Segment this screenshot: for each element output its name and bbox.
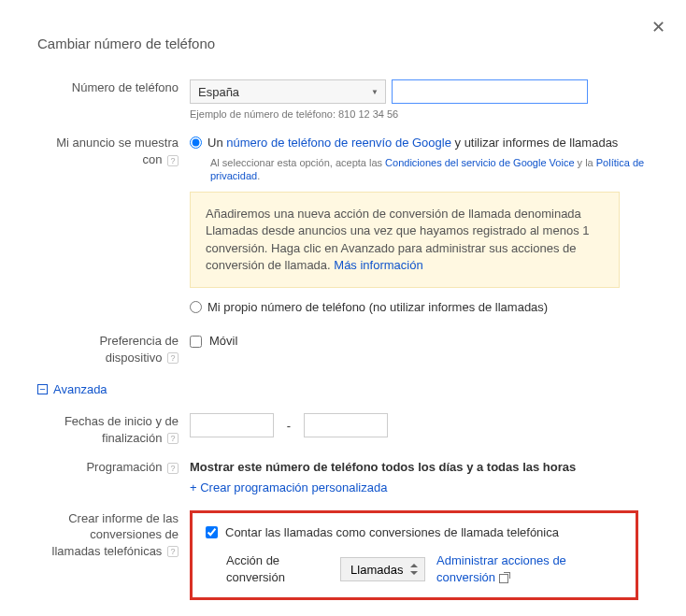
dialog-title: Cambiar número de teléfono [37,36,660,51]
info-box: Añadiremos una nueva acción de conversió… [190,192,620,288]
fineprint-prefix: Al seleccionar esta opción, acepta las [210,157,385,168]
help-icon[interactable]: ? [167,352,179,364]
external-link-icon [499,574,508,583]
phone-row: Número de teléfono España Ejemplo de núm… [26,79,660,122]
advanced-toggle[interactable]: − Avanzada [37,382,660,396]
own-number-radio[interactable] [190,301,202,313]
report-label-3: llamadas telefónicas [52,544,163,558]
report-label-2: conversiones de [90,527,179,541]
display-with-label-1: Mi anuncio se muestra [56,136,179,150]
phone-label: Número de teléfono [26,79,190,122]
phone-example: Ejemplo de número de teléfono: 810 12 34… [190,107,660,122]
end-date-input[interactable] [304,413,388,437]
mobile-label: Móvil [209,333,237,350]
report-row: Crear informe de las conversiones de lla… [26,510,660,601]
schedule-label: Programación [86,460,162,474]
conversion-action-label: Acción de conversión [226,552,331,586]
opt1-prefix: Un [207,136,226,150]
opt1-suffix: y utilizar informes de llamadas [451,136,618,150]
display-with-row: Mi anuncio se muestra con ? Un número de… [26,135,660,320]
help-icon[interactable]: ? [167,155,179,166]
help-icon[interactable]: ? [167,546,179,557]
count-calls-checkbox[interactable] [206,526,218,538]
close-icon[interactable]: ✕ [651,17,665,37]
schedule-row: Programación ? Mostrar este número de te… [26,459,660,496]
count-calls-label: Contar las llamadas como conversiones de… [225,524,559,541]
dates-label-1: Fechas de inicio y de [64,414,179,428]
tos-link[interactable]: Condiciones del servicio de Google Voice [385,157,574,168]
date-separator: - [287,418,291,435]
mobile-checkbox[interactable] [190,336,202,348]
dates-label-2: finalización [102,431,162,445]
phone-input[interactable] [392,79,588,104]
device-label-1: Preferencia de [99,334,179,348]
fineprint-mid: y la [575,157,596,168]
start-date-input[interactable] [190,413,274,437]
collapse-icon: − [37,384,48,394]
forwarding-link[interactable]: número de teléfono de reenvío de Google [226,136,451,150]
device-pref-row: Preferencia de dispositivo ? Móvil [26,333,660,365]
dates-row: Fechas de inicio y de finalización ? - [26,413,660,446]
create-schedule-link[interactable]: + Crear programación personalizada [190,480,660,496]
fineprint-end: . [257,170,260,181]
highlighted-section: Contar las llamadas como conversiones de… [190,510,638,601]
display-with-label-2: con [142,152,162,166]
help-icon[interactable]: ? [167,463,179,474]
device-label-2: dispositivo [106,351,163,365]
report-label-1: Crear informe de las [68,511,179,525]
help-icon[interactable]: ? [167,433,179,444]
more-info-link[interactable]: Más información [334,258,422,272]
forwarding-radio[interactable] [190,136,202,149]
schedule-title: Mostrar este número de teléfono todos lo… [190,460,576,474]
country-select[interactable]: España [190,79,386,104]
opt2-text: Mi propio número de teléfono (no utiliza… [207,299,548,316]
advanced-label: Avanzada [53,382,107,396]
dialog: ✕ Cambiar número de teléfono Número de t… [0,0,686,616]
conversion-action-select[interactable]: Llamadas [340,557,425,581]
